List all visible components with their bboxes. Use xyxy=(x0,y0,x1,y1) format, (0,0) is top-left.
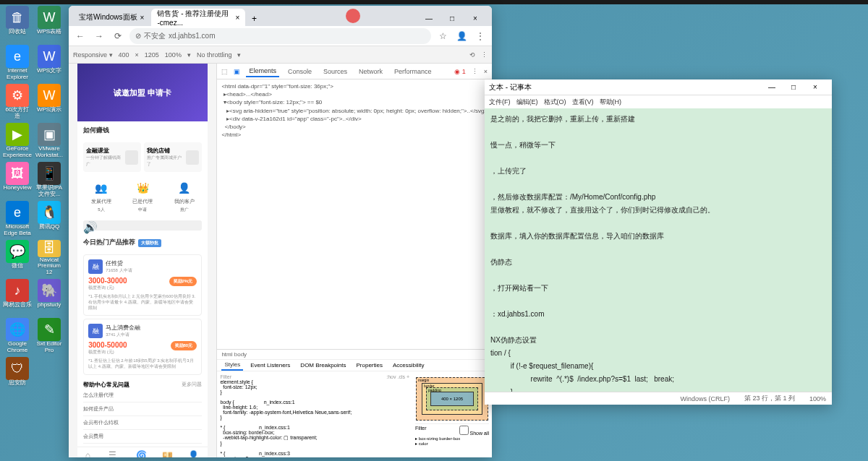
product-name: 马上消费金融 xyxy=(106,324,140,332)
box-shop[interactable]: 我的店铺推广专属商城开户了 xyxy=(144,142,202,172)
filter-input[interactable]: Filter xyxy=(220,374,231,379)
section-title: 如何赚钱 xyxy=(77,121,208,139)
action-icon[interactable]: 👥发展代理5人 xyxy=(91,179,111,213)
product-card-2[interactable]: 融 马上消费金融3741 人申请 3000-50000奖励80元 额度查询 (元… xyxy=(83,319,202,375)
height-input[interactable]: 1205 xyxy=(145,51,159,59)
box-title: 我的店铺 xyxy=(147,147,183,155)
styles-panel[interactable]: Filter :hov .cls + element.style { font-… xyxy=(217,371,412,457)
menu-icon[interactable]: ⋮ xyxy=(473,29,488,43)
tab-sources[interactable]: Sources xyxy=(320,66,350,77)
tab-styles[interactable]: Styles xyxy=(221,360,243,371)
nav-item[interactable]: ☰推广产品 xyxy=(103,450,121,457)
tab-site[interactable]: 销售货 - 推荐注册使用 -cmez... × xyxy=(151,9,245,26)
menu-edit[interactable]: 编辑(E) xyxy=(516,98,538,107)
desktop-icon[interactable]: 🛡思安防 xyxy=(3,357,32,393)
desktop-icon[interactable]: 🗄Navicat Premium 12 xyxy=(35,240,64,276)
tab-console[interactable]: Console xyxy=(285,66,315,77)
desktop-icon[interactable]: 📱苹果识IPA文件安... xyxy=(35,162,64,198)
help-item[interactable]: 怎么注册代理 xyxy=(83,389,202,402)
desktop-icon[interactable]: WWPS表格 xyxy=(35,6,64,42)
help-item[interactable]: 会员费用 xyxy=(83,430,202,444)
responsive-select[interactable]: Responsive ▾ xyxy=(73,51,113,59)
desktop-icon[interactable]: WWPS演示 xyxy=(35,84,64,120)
nav-item[interactable]: 💴提现 xyxy=(162,450,173,457)
close-button[interactable]: × xyxy=(464,10,486,26)
tab-baota[interactable]: 宝塔Windows面板 × xyxy=(73,9,150,26)
error-badge[interactable]: ◉ 1 xyxy=(454,68,466,75)
more-icon[interactable]: ⋮ xyxy=(481,51,488,59)
desktop-icon[interactable]: eInternet Explorer xyxy=(3,45,32,81)
desktop-icon[interactable]: 🌐Google Chrome xyxy=(3,318,32,354)
settings-icon[interactable]: ⋮ xyxy=(472,68,478,75)
desktop-icon[interactable]: eMicrosoft Edge Beta xyxy=(3,201,32,237)
forward-button[interactable]: → xyxy=(92,29,106,43)
tab-a11y[interactable]: Accessibility xyxy=(390,361,427,370)
menu-help[interactable]: 帮助(H) xyxy=(600,98,622,107)
desktop-icon[interactable]: ♪网易云音乐 xyxy=(3,279,32,315)
menu-view[interactable]: 查看(V) xyxy=(572,98,594,107)
desktop-icon[interactable]: 🐘phpstudy xyxy=(35,279,64,315)
reload-button[interactable]: ⟳ xyxy=(111,29,125,43)
computed-filter[interactable]: Filter xyxy=(415,426,427,436)
menu-format[interactable]: 格式(O) xyxy=(544,98,566,107)
notice-bar[interactable]: 🔊 xyxy=(83,220,202,231)
desktop-icon[interactable]: 🖼Honeyview xyxy=(3,162,32,198)
maximize-button[interactable]: □ xyxy=(441,10,463,26)
close-icon[interactable]: × xyxy=(140,14,145,22)
box-title: 金融课堂 xyxy=(86,147,122,155)
help-item[interactable]: 会员有什么特权 xyxy=(83,416,202,430)
desktop-icon[interactable]: 🐧腾讯QQ xyxy=(35,201,64,237)
width-input[interactable]: 400 xyxy=(119,51,129,59)
zoom-select[interactable]: 100% xyxy=(165,51,182,59)
menu-file[interactable]: 文件(F) xyxy=(489,98,511,107)
desktop-icon[interactable]: WWPS文字 xyxy=(35,45,64,81)
tab-listeners[interactable]: Event Listeners xyxy=(247,361,293,370)
product-card-1[interactable]: 融 任性贷71658 人申请 3000-30000奖励2%元 额度查询 (元) … xyxy=(83,254,202,316)
desktop-icon[interactable]: ⚙60次方打造 xyxy=(3,84,32,120)
action-icon[interactable]: 👑已是代理申请 xyxy=(132,179,153,213)
more-link[interactable]: 更多问题 xyxy=(182,381,202,389)
back-button[interactable]: ← xyxy=(73,29,88,43)
close-button[interactable]: × xyxy=(804,79,826,95)
desktop-icon[interactable]: ✎Sxt Editor Pro xyxy=(35,318,64,354)
tab-network[interactable]: Network xyxy=(356,66,386,77)
notepad-content[interactable]: 是之前的，我把它删掉，重新上传，重新搭建 慢一点，稍微等一下 ，上传完了 ，然后… xyxy=(485,108,832,392)
inspect-icon[interactable]: ⬚ xyxy=(221,68,228,75)
tab-label: 宝塔Windows面板 xyxy=(79,12,137,22)
hov-cls[interactable]: :hov .cls + xyxy=(386,374,409,379)
maximize-button[interactable]: □ xyxy=(783,79,804,95)
nav-item[interactable]: 🌀门店中心 xyxy=(133,450,150,457)
tab-performance[interactable]: Performance xyxy=(391,66,435,77)
nav-item[interactable]: 👤个人中心 xyxy=(184,450,202,457)
action-icon[interactable]: 👤我的客户推广 xyxy=(174,179,195,213)
close-icon[interactable]: × xyxy=(236,14,240,22)
breadcrumb[interactable]: html body xyxy=(217,350,492,360)
desktop-icon[interactable]: 🗑回收站 xyxy=(3,6,32,42)
desktop-icon[interactable]: 💬微信 xyxy=(3,240,32,276)
minimize-button[interactable]: — xyxy=(761,79,783,95)
throttle-select[interactable]: No throttling xyxy=(197,51,232,59)
reward-button[interactable]: 奖励2%元 xyxy=(169,277,197,286)
new-tab-button[interactable]: + xyxy=(247,12,261,26)
user-icon[interactable]: 👤 xyxy=(454,29,469,43)
nav-item[interactable]: ⌂首页 xyxy=(83,450,92,457)
rotate-icon[interactable]: ⟲ xyxy=(469,51,475,59)
device-icon[interactable]: ▣ xyxy=(234,68,240,75)
desktop-icon[interactable]: ▶GeForce Experience xyxy=(3,123,32,159)
computed-list[interactable]: ▸ box-sizing border-box ▸ color xyxy=(415,436,489,446)
tab-elements[interactable]: Elements xyxy=(246,66,279,77)
tab-properties[interactable]: Properties xyxy=(354,361,386,370)
devtools: ⬚ ▣ Elements Console Sources Network Per… xyxy=(217,64,492,457)
close-icon[interactable]: × xyxy=(484,68,488,75)
banner[interactable]: 诚邀加盟 申请卡 xyxy=(77,64,208,121)
desktop-icon[interactable]: ▣VMware Workstat... xyxy=(35,123,64,159)
reward-button[interactable]: 奖励80元 xyxy=(171,341,197,350)
star-icon[interactable]: ☆ xyxy=(435,29,450,43)
url-input[interactable]: ⊘ 不安全 xd.jahbs1.com xyxy=(129,28,431,44)
tab-breakpoints[interactable]: DOM Breakpoints xyxy=(297,361,349,370)
minimize-button[interactable]: — xyxy=(418,10,440,26)
elements-tree[interactable]: <html data-dpr="1" style="font-size: 36p… xyxy=(217,79,492,349)
box-course[interactable]: 金融课堂一分钟了解赚钱商广 xyxy=(83,142,141,172)
showall-check[interactable] xyxy=(459,426,469,435)
help-item[interactable]: 如何提升产品 xyxy=(83,402,202,416)
